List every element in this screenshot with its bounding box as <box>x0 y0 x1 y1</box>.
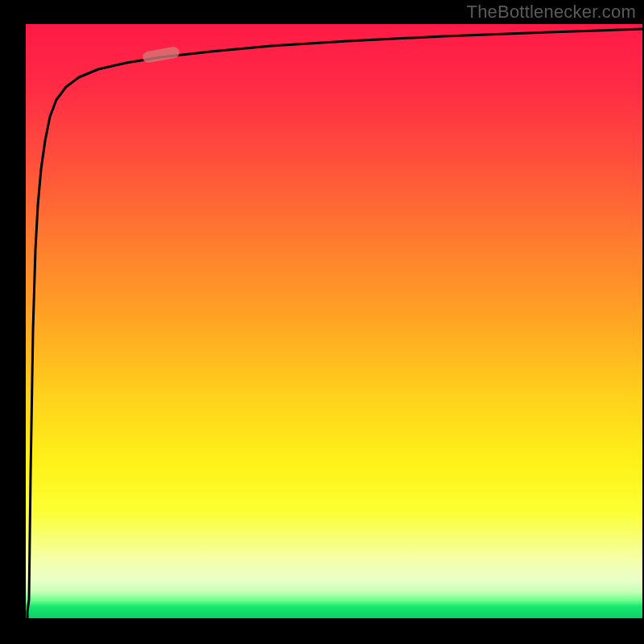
curve-svg <box>26 24 642 618</box>
plot-area <box>26 24 642 618</box>
highlight-marker <box>142 46 180 64</box>
chart-frame: TheBottlenecker.com <box>0 0 644 644</box>
attribution-text: TheBottlenecker.com <box>467 2 636 23</box>
bottleneck-curve <box>27 29 642 618</box>
